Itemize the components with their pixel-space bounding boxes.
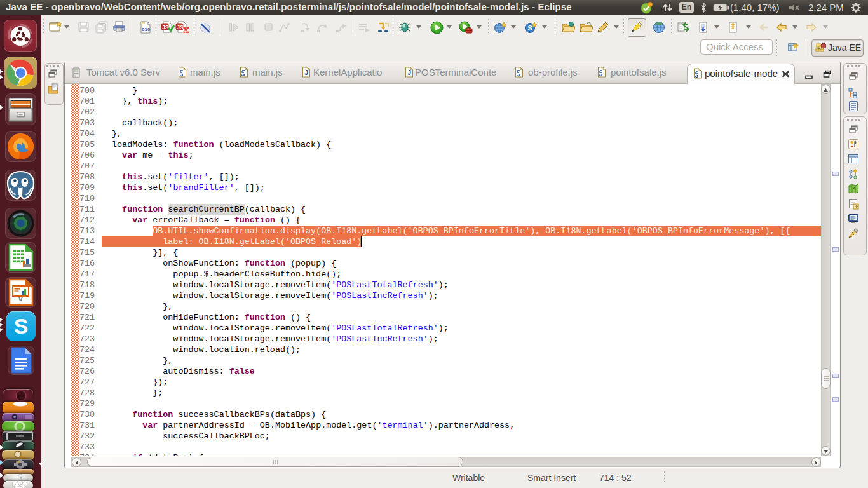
svg-text:S: S <box>528 24 532 32</box>
svg-text:J: J <box>407 69 411 76</box>
svg-text:J: J <box>304 69 308 76</box>
svg-text:JS: JS <box>162 24 169 30</box>
svg-text:JS: JS <box>177 24 184 30</box>
svg-text:010: 010 <box>142 27 151 32</box>
